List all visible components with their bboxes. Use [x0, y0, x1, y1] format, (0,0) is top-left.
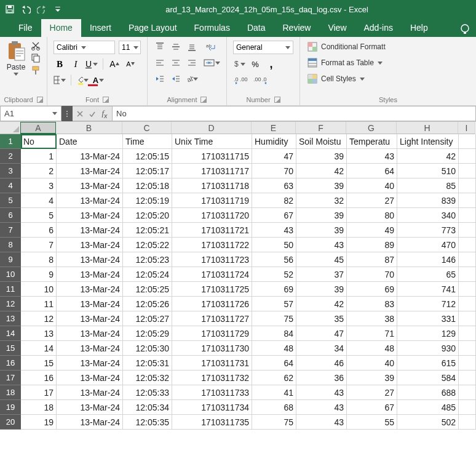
cell[interactable]: 2: [21, 164, 57, 178]
cell[interactable]: Time: [123, 134, 172, 149]
font-name-dropdown[interactable]: Calibri: [54, 41, 115, 54]
cell[interactable]: 32: [296, 193, 347, 208]
cell[interactable]: 43: [296, 238, 347, 252]
dialog-launcher-icon[interactable]: [37, 97, 43, 103]
cell[interactable]: 83: [347, 297, 397, 311]
cell[interactable]: 85: [397, 178, 459, 193]
cell[interactable]: 12:05:31: [123, 356, 172, 371]
cell[interactable]: 52: [252, 267, 296, 282]
cell[interactable]: 13-Mar-24: [57, 415, 123, 430]
cell[interactable]: [459, 193, 476, 208]
cell[interactable]: 36: [296, 371, 347, 385]
cell[interactable]: 12:05:32: [123, 371, 172, 385]
tab-add-ins[interactable]: Add-ins: [355, 19, 402, 37]
row-header[interactable]: 16: [0, 356, 21, 371]
cell[interactable]: 67: [347, 400, 397, 415]
row-header[interactable]: 11: [0, 282, 21, 297]
tab-data[interactable]: Data: [239, 19, 274, 37]
font-size-dropdown[interactable]: 11: [119, 41, 141, 54]
tab-help[interactable]: Help: [402, 19, 437, 37]
cell[interactable]: 39: [347, 371, 397, 385]
cell[interactable]: 1710311723: [172, 252, 252, 267]
formula-input[interactable]: No: [112, 106, 476, 121]
cell[interactable]: 1710311729: [172, 326, 252, 341]
cell[interactable]: 43: [347, 149, 397, 164]
row-header[interactable]: 14: [0, 326, 21, 341]
cell[interactable]: 71: [347, 326, 397, 341]
cell[interactable]: 12:05:21: [123, 223, 172, 238]
cell[interactable]: 741: [397, 282, 459, 297]
cell[interactable]: 13-Mar-24: [57, 297, 123, 311]
cell[interactable]: 13: [21, 326, 57, 341]
format-painter-icon[interactable]: [31, 65, 41, 75]
cell[interactable]: 43: [252, 223, 296, 238]
cell[interactable]: 19: [21, 415, 57, 430]
cell[interactable]: 16: [21, 371, 57, 385]
cell[interactable]: 1710311734: [172, 400, 252, 415]
cell[interactable]: 69: [252, 282, 296, 297]
cell[interactable]: 12:05:15: [123, 149, 172, 164]
decrease-decimal-icon[interactable]: .00.0: [253, 74, 269, 86]
cell[interactable]: 39: [296, 178, 347, 193]
column-header[interactable]: E: [252, 122, 296, 134]
cell[interactable]: 13-Mar-24: [57, 400, 123, 415]
cell[interactable]: 37: [296, 267, 347, 282]
cell[interactable]: 34: [296, 341, 347, 356]
cell[interactable]: 13-Mar-24: [57, 326, 123, 341]
row-header[interactable]: 1: [0, 134, 21, 149]
cell[interactable]: 129: [397, 326, 459, 341]
column-header[interactable]: F: [296, 122, 346, 134]
row-header[interactable]: 3: [0, 164, 21, 178]
row-header[interactable]: 5: [0, 193, 21, 208]
row-header[interactable]: 6: [0, 208, 21, 223]
cell[interactable]: 80: [347, 208, 397, 223]
cell[interactable]: 13-Mar-24: [57, 178, 123, 193]
cell[interactable]: [459, 252, 476, 267]
cell[interactable]: [459, 267, 476, 282]
cell[interactable]: 12:05:35: [123, 415, 172, 430]
row-header[interactable]: 19: [0, 400, 21, 415]
cell[interactable]: 11: [21, 297, 57, 311]
cell[interactable]: 930: [397, 341, 459, 356]
cell[interactable]: 84: [252, 326, 296, 341]
cell[interactable]: [459, 238, 476, 252]
cell[interactable]: 13-Mar-24: [57, 164, 123, 178]
select-all-corner[interactable]: [0, 122, 21, 134]
cell[interactable]: 4: [21, 193, 57, 208]
cell[interactable]: 39: [296, 208, 347, 223]
cell[interactable]: 62: [252, 371, 296, 385]
cell[interactable]: 42: [296, 164, 347, 178]
cell[interactable]: 15: [21, 356, 57, 371]
cut-icon[interactable]: [31, 41, 41, 50]
align-middle-icon[interactable]: [170, 41, 182, 53]
cell-styles-button[interactable]: Cell Styles: [306, 73, 470, 85]
cell[interactable]: 42: [296, 297, 347, 311]
cell[interactable]: 9: [21, 267, 57, 282]
cell[interactable]: 615: [397, 356, 459, 371]
cell[interactable]: 67: [252, 208, 296, 223]
cell[interactable]: [459, 149, 476, 164]
cell[interactable]: [459, 134, 476, 149]
percent-format-icon[interactable]: %: [249, 58, 261, 70]
cell[interactable]: 82: [252, 193, 296, 208]
underline-button[interactable]: U: [85, 58, 98, 70]
cell[interactable]: 13-Mar-24: [57, 371, 123, 385]
increase-decimal-icon[interactable]: .0.00: [233, 74, 249, 86]
cell[interactable]: 13-Mar-24: [57, 311, 123, 326]
cell[interactable]: 1: [21, 149, 57, 164]
tab-page-layout[interactable]: Page Layout: [120, 19, 186, 37]
cell[interactable]: 50: [252, 238, 296, 252]
cell[interactable]: 12:05:33: [123, 385, 172, 400]
align-top-icon[interactable]: [154, 41, 166, 53]
cell[interactable]: [459, 356, 476, 371]
cell[interactable]: 470: [397, 238, 459, 252]
cell[interactable]: 1710311717: [172, 164, 252, 178]
column-header[interactable]: I: [458, 122, 475, 134]
cell[interactable]: [459, 223, 476, 238]
column-header[interactable]: A: [20, 122, 56, 134]
cell[interactable]: 39: [296, 223, 347, 238]
cell[interactable]: 56: [252, 252, 296, 267]
cell[interactable]: Temperatu: [347, 134, 397, 149]
name-box[interactable]: A1: [0, 106, 61, 121]
fx-icon[interactable]: fx: [100, 109, 109, 119]
